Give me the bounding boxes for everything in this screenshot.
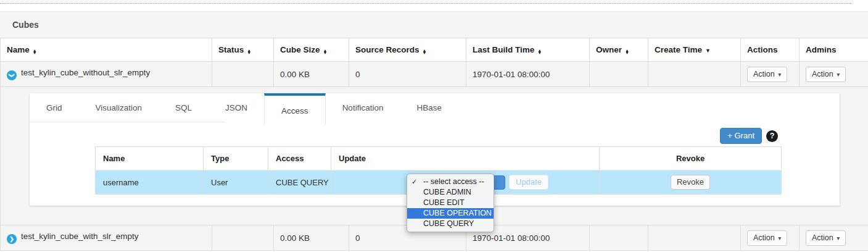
sort-both-icon[interactable]: ▲▼ bbox=[33, 49, 37, 55]
revoke-button[interactable]: Revoke bbox=[671, 175, 710, 190]
tab-hbase[interactable]: HBase bbox=[400, 93, 458, 122]
cube-create-time-cell bbox=[648, 225, 741, 251]
sort-both-icon[interactable]: ▲▼ bbox=[423, 49, 427, 55]
grant-toolbar: + Grant ? bbox=[30, 128, 840, 144]
cube-name-cell[interactable]: ❯test_kylin_cube_with_slr_empty bbox=[1, 225, 212, 251]
access-header-row: Name Type Access Update Revoke bbox=[96, 147, 782, 170]
column-header-admins: Admins bbox=[800, 38, 868, 62]
cube-source-records-cell: 0 bbox=[349, 62, 466, 87]
grant-button[interactable]: + Grant bbox=[720, 128, 762, 144]
cube-status-cell bbox=[212, 225, 274, 251]
column-header-status[interactable]: Status▲▼ bbox=[212, 38, 274, 62]
dropdown-option-select-access[interactable]: ✓-- select access -- bbox=[407, 177, 494, 187]
column-header-cube-size[interactable]: Cube Size▲▼ bbox=[274, 38, 349, 62]
tab-grid[interactable]: Grid bbox=[30, 93, 79, 122]
cube-actions-cell: Action ▾ bbox=[741, 225, 800, 251]
panel-title: Cubes bbox=[0, 11, 868, 38]
tab-json[interactable]: JSON bbox=[209, 93, 264, 122]
plus-icon: + bbox=[727, 131, 732, 140]
cube-admins-cell: Action ▾ bbox=[800, 225, 868, 251]
cube-owner-cell bbox=[590, 225, 648, 251]
cube-row-expanded: ❯test_kylin_cube_without_slr_empty 0.00 … bbox=[1, 62, 868, 87]
tab-sql[interactable]: SQL bbox=[159, 93, 209, 122]
access-column-update: Update bbox=[331, 147, 600, 170]
cube-status-cell bbox=[212, 62, 274, 87]
update-button[interactable]: Update bbox=[509, 175, 548, 190]
column-header-create-time[interactable]: Create Time▼ bbox=[648, 38, 741, 62]
column-header-name[interactable]: Name▲▼ bbox=[1, 38, 212, 62]
sort-both-icon[interactable]: ▲▼ bbox=[625, 49, 629, 55]
admins-dropdown-button[interactable]: Action ▾ bbox=[806, 67, 846, 82]
sort-both-icon[interactable]: ▲▼ bbox=[247, 49, 251, 55]
cube-size-cell: 0.00 KB bbox=[274, 62, 349, 87]
access-revoke-cell: Revoke bbox=[600, 170, 782, 195]
dropdown-option-cube-operation[interactable]: CUBE OPERATION bbox=[407, 208, 494, 219]
caret-down-icon: ▾ bbox=[778, 71, 781, 78]
cube-owner-cell bbox=[590, 62, 648, 87]
dropdown-option-cube-admin[interactable]: CUBE ADMIN bbox=[407, 187, 494, 198]
cube-name-cell[interactable]: ❯test_kylin_cube_without_slr_empty bbox=[1, 62, 212, 87]
access-select-dropdown: ✓-- select access -- CUBE ADMIN CUBE EDI… bbox=[407, 174, 494, 232]
access-column-revoke: Revoke bbox=[600, 147, 782, 170]
sort-both-icon[interactable]: ▲▼ bbox=[537, 49, 542, 55]
actions-dropdown-button[interactable]: Action ▾ bbox=[747, 230, 787, 246]
access-column-access: Access bbox=[268, 147, 331, 170]
access-column-type: Type bbox=[204, 147, 268, 170]
cube-actions-cell: Action ▾ bbox=[741, 62, 800, 87]
column-header-owner[interactable]: Owner▲▼ bbox=[590, 38, 648, 62]
cube-name: test_kylin_cube_without_slr_empty bbox=[21, 68, 150, 77]
sort-both-icon[interactable]: ▲▼ bbox=[323, 49, 328, 55]
detail-tabs: Grid Visualization SQL JSON Access Notif… bbox=[30, 93, 840, 122]
caret-down-icon: ▾ bbox=[837, 71, 840, 78]
tab-visualization[interactable]: Visualization bbox=[79, 93, 159, 122]
actions-dropdown-button[interactable]: Action ▾ bbox=[747, 67, 787, 82]
tab-access[interactable]: Access bbox=[264, 93, 326, 125]
cubes-header-row: Name▲▼ Status▲▼ Cube Size▲▼ Source Recor… bbox=[1, 38, 868, 62]
cube-last-build-time-cell: 1970-01-01 08:00:00 bbox=[466, 62, 590, 87]
check-icon: ✓ bbox=[411, 177, 417, 187]
top-divider bbox=[0, 3, 851, 4]
cube-create-time-cell bbox=[648, 62, 741, 87]
access-user-name: username bbox=[96, 170, 204, 195]
help-icon[interactable]: ? bbox=[766, 130, 778, 142]
admins-dropdown-button[interactable]: Action ▾ bbox=[806, 230, 846, 246]
collapse-row-icon[interactable]: ❯ bbox=[7, 70, 17, 80]
column-header-source-records[interactable]: Source Records▲▼ bbox=[349, 38, 466, 62]
sort-desc-icon[interactable]: ▼ bbox=[705, 48, 711, 54]
column-header-actions: Actions bbox=[741, 38, 800, 62]
dropdown-option-cube-edit[interactable]: CUBE EDIT bbox=[407, 198, 494, 208]
caret-down-icon: ▾ bbox=[778, 235, 781, 242]
access-permission: CUBE QUERY bbox=[268, 170, 331, 195]
caret-down-icon: ▾ bbox=[837, 235, 840, 242]
dropdown-option-cube-query[interactable]: CUBE QUERY bbox=[407, 219, 494, 229]
cube-name: test_kylin_cube_with_slr_empty bbox=[21, 232, 139, 241]
access-column-name: Name bbox=[96, 147, 204, 170]
expand-row-icon[interactable]: ❯ bbox=[7, 234, 17, 244]
access-user-type: User bbox=[204, 170, 268, 195]
tab-notification[interactable]: Notification bbox=[326, 93, 400, 122]
cube-admins-cell: Action ▾ bbox=[800, 62, 868, 87]
column-header-last-build-time[interactable]: Last Build Time▲▼ bbox=[466, 38, 590, 62]
cube-size-cell: 0.00 KB bbox=[274, 225, 349, 251]
